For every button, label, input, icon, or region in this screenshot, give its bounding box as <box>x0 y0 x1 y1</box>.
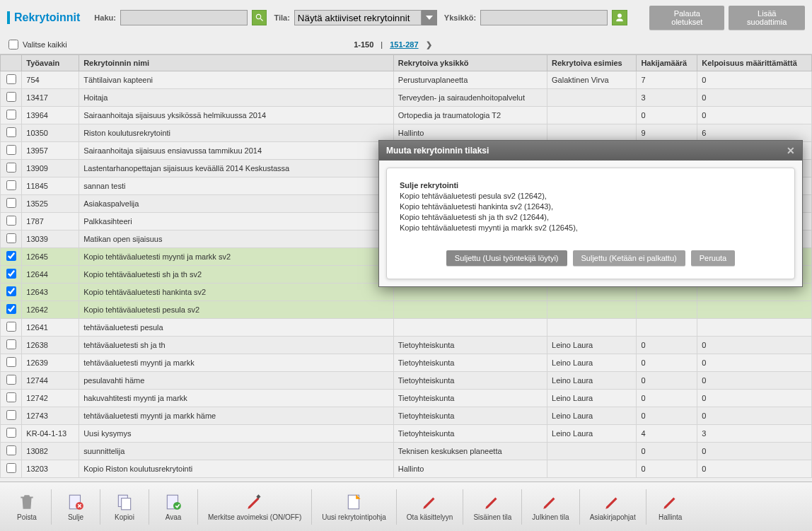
modal-backdrop: Muuta rekrytoinnin tilaksi ✕ Sulje rekry… <box>0 0 812 531</box>
modal-line: Kopio tehtäväaluetesti hankinta sv2 (126… <box>400 202 782 212</box>
modal-line: Kopio tehtäväaluetesti myynti ja markk s… <box>400 223 782 233</box>
modal-btn-closed-none-hired[interactable]: Suljettu (Ketään ei palkattu) <box>573 250 685 266</box>
modal-heading: Sulje rekrytointi <box>400 181 782 189</box>
modal-btn-closed-found[interactable]: Suljettu (Uusi työntekijä löytyi) <box>446 250 567 266</box>
modal-close-button[interactable]: ✕ <box>787 145 795 156</box>
modal-title-text: Muuta rekrytoinnin tilaksi <box>386 146 489 156</box>
modal-line: Kopio tehtäväaluetesti pesula sv2 (12642… <box>400 191 782 202</box>
modal-body: Sulje rekrytointi Kopio tehtäväaluetesti… <box>386 168 795 279</box>
modal-titlebar: Muuta rekrytoinnin tilaksi ✕ <box>379 141 802 161</box>
status-modal: Muuta rekrytoinnin tilaksi ✕ Sulje rekry… <box>378 140 803 287</box>
modal-line: Kopio tehtäväaluetesti sh ja th sv2 (126… <box>400 212 782 223</box>
modal-btn-cancel[interactable]: Peruuta <box>691 250 736 266</box>
